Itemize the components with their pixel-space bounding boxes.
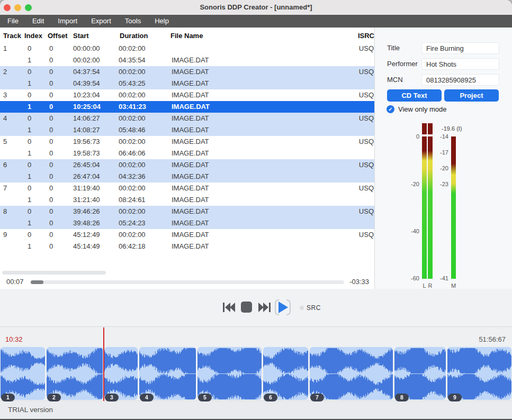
table-row[interactable]: 50019:56:7300:02:00IMAGE.DATUSQ [0, 136, 374, 148]
cell-isrc: USQ [359, 182, 374, 194]
meter-scale-label: -17 [440, 149, 448, 156]
src-indicator-light[interactable] [300, 306, 304, 310]
meter-scale-label: -41 [440, 275, 448, 282]
waveform-track [0, 347, 512, 400]
cell-file: IMAGE.DAT [172, 78, 209, 89]
track-marker[interactable]: 2 [47, 394, 61, 401]
playback-progress-bar[interactable] [31, 280, 344, 284]
column-header-offset[interactable]: Offset [48, 29, 68, 43]
track-marker[interactable]: 4 [140, 394, 154, 401]
track-marker[interactable]: 8 [395, 394, 409, 401]
cell-file: IMAGE.DAT [172, 124, 209, 136]
table-row[interactable]: 30010:23:0400:02:00IMAGE.DATUSQ [0, 89, 374, 101]
waveform-block[interactable] [310, 347, 393, 400]
status-text: TRIAL version [8, 406, 53, 414]
track-marker[interactable]: 1 [1, 394, 15, 401]
table-row[interactable]: 1000:02:0004:35:54IMAGE.DAT [0, 54, 374, 66]
cell-duration: 05:24:23 [119, 217, 146, 229]
table-row[interactable]: 1039:48:2605:24:23IMAGE.DAT [0, 217, 374, 229]
table-row[interactable]: 70031:19:4000:02:00IMAGE.DATUSQ [0, 182, 374, 194]
status-bar: TRIAL version [0, 400, 512, 420]
cell-offset: 0 [49, 217, 53, 229]
menu-item-tools[interactable]: Tools [118, 15, 148, 28]
table-row[interactable]: 1014:08:2705:48:46IMAGE.DAT [0, 124, 374, 136]
loudness-meter [451, 136, 456, 279]
cell-start: 10:23:04 [73, 89, 100, 101]
menu-item-export[interactable]: Export [84, 15, 118, 28]
column-header-duration[interactable]: Duration [120, 29, 148, 43]
track-table-body: 10000:00:0000:02:00USQ1000:02:0004:35:54… [0, 43, 374, 252]
cell-start: 14:06:27 [73, 113, 100, 124]
meter-scale-label: -40 [411, 227, 419, 235]
table-row[interactable]: 1026:47:0404:32:36IMAGE.DAT [0, 171, 374, 182]
cell-offset: 0 [49, 229, 53, 241]
menu-item-edit[interactable]: Edit [25, 15, 51, 28]
cell-file: IMAGE.DAT [172, 101, 210, 113]
cell-offset: 0 [49, 101, 53, 113]
waveform-block[interactable] [104, 347, 138, 400]
table-row[interactable]: 20004:37:5400:02:00IMAGE.DATUSQ [0, 66, 374, 78]
cell-track: 9 [3, 229, 7, 241]
track-marker[interactable]: 5 [198, 394, 212, 401]
stop-button[interactable] [241, 302, 252, 313]
cell-track: 2 [3, 66, 7, 78]
waveform-block[interactable] [139, 347, 196, 400]
title-input[interactable] [421, 42, 499, 54]
cell-isrc: USQ [359, 66, 374, 78]
column-header-track[interactable]: Track [3, 29, 21, 43]
column-header-index[interactable]: Index [24, 29, 42, 43]
table-row[interactable]: 1031:21:4008:24:61IMAGE.DAT [0, 194, 374, 206]
cell-file: IMAGE.DAT [172, 66, 209, 78]
menu-item-help[interactable]: Help [148, 15, 176, 28]
cell-isrc: USQ [359, 136, 374, 148]
waveform-block[interactable] [263, 347, 308, 400]
cell-index: 0 [28, 89, 31, 101]
track-marker[interactable]: 9 [448, 394, 462, 401]
menu-item-import[interactable]: Import [51, 15, 84, 28]
table-row[interactable]: 1045:14:4906:42:18IMAGE.DAT [0, 241, 374, 252]
skip-back-button[interactable] [222, 302, 235, 315]
skip-forward-button[interactable] [258, 302, 271, 315]
meter-scale-loudness: -14-17-20-23-41 [426, 136, 448, 279]
table-row[interactable]: 10000:00:0000:02:00USQ [0, 43, 374, 54]
column-header-start[interactable]: Start [73, 29, 89, 43]
table-row[interactable]: 90045:12:4900:02:00IMAGE.DATUSQ [0, 229, 374, 241]
cell-start: 45:14:49 [73, 241, 100, 252]
waveform-block[interactable] [47, 347, 103, 400]
table-row[interactable]: 1004:39:5405:43:25IMAGE.DAT [0, 78, 374, 89]
cell-offset: 0 [49, 194, 53, 206]
menu-item-file[interactable]: File [1, 15, 25, 28]
mcn-input[interactable] [421, 74, 499, 86]
performer-input[interactable] [421, 58, 499, 70]
project-button[interactable]: Project [444, 89, 499, 102]
table-row[interactable]: 1019:58:7306:46:06IMAGE.DAT [0, 148, 374, 159]
mcn-label: MCN [387, 74, 403, 86]
track-marker[interactable]: 7 [310, 394, 324, 401]
table-row[interactable]: 1010:25:0403:41:23IMAGE.DAT [0, 101, 374, 113]
cell-isrc: USQ [359, 113, 374, 124]
cell-file: IMAGE.DAT [172, 241, 209, 252]
cell-index: 0 [28, 159, 31, 171]
cd-text-button[interactable]: CD Text [387, 89, 442, 102]
loudness-readout: -19.6 (I) [442, 125, 462, 132]
column-header-filename[interactable]: File Name [170, 29, 203, 43]
horizontal-scrollbar-thumb[interactable] [2, 271, 106, 275]
waveform-block[interactable] [394, 347, 446, 400]
waveform-block[interactable] [1, 347, 45, 400]
cell-track: 7 [3, 182, 7, 194]
play-button[interactable] [274, 299, 292, 316]
cell-index: 1 [28, 124, 31, 136]
track-marker[interactable]: 3 [105, 394, 119, 401]
waveform-block[interactable] [197, 347, 262, 400]
table-row[interactable]: 40014:06:2700:02:00IMAGE.DATUSQ [0, 113, 374, 124]
waveform-block[interactable] [447, 347, 511, 400]
cell-track: 4 [3, 113, 7, 124]
cd-info-panel: Title Performer MCN CD Text Project ✓ Vi… [374, 28, 512, 289]
track-marker[interactable]: 6 [264, 394, 277, 401]
view-only-checkbox[interactable]: ✓ [387, 105, 394, 113]
playhead-cursor[interactable] [103, 327, 104, 401]
column-header-isrc[interactable]: ISRC [358, 29, 374, 43]
cell-offset: 0 [49, 66, 53, 78]
table-row[interactable]: 60026:45:0400:02:00IMAGE.DATUSQ [0, 159, 374, 171]
table-row[interactable]: 80039:46:2600:02:00IMAGE.DATUSQ [0, 206, 374, 217]
